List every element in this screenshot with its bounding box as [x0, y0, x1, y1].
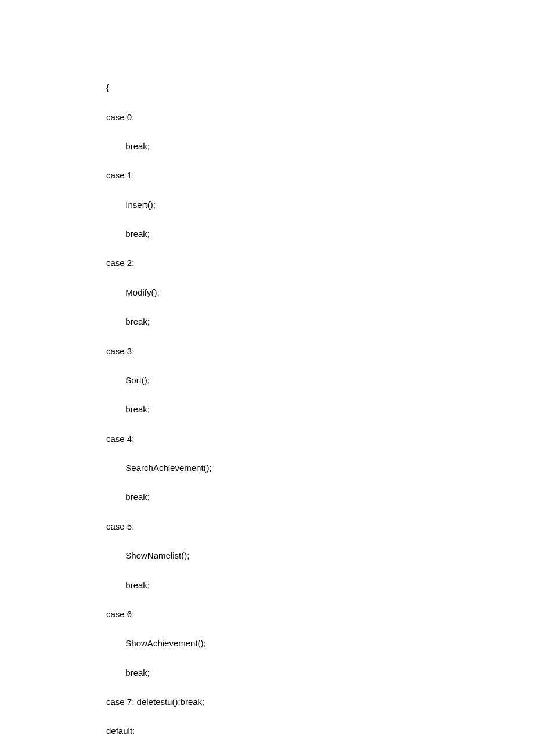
code-line: break;: [77, 578, 534, 592]
code-line: case 1:: [77, 168, 534, 182]
code-line: break;: [77, 226, 534, 241]
code-line: default:: [77, 723, 534, 738]
code-line: case 4:: [77, 431, 534, 446]
code-line: Modify();: [77, 285, 534, 300]
code-line: SearchAchievement();: [77, 460, 534, 475]
code-line: ShowAchievement();: [77, 636, 534, 650]
code-line: case 0:: [77, 110, 534, 124]
code-page: { case 0: break; case 1: Insert(); break…: [0, 0, 534, 756]
code-line: Sort();: [77, 373, 534, 387]
code-line: break;: [77, 665, 534, 680]
code-line: break;: [77, 489, 534, 504]
code-line: case 3:: [77, 344, 534, 358]
code-line: case 7: deletestu();break;: [77, 694, 534, 709]
code-line: break;: [77, 314, 534, 329]
code-line: case 6:: [77, 607, 534, 621]
code-line: break;: [77, 402, 534, 416]
code-line: ShowNamelist();: [77, 548, 534, 563]
code-line: case 5:: [77, 519, 534, 534]
code-line: Insert();: [77, 197, 534, 212]
code-line: {: [77, 80, 534, 95]
code-line: break;: [77, 139, 534, 153]
code-line: case 2:: [77, 255, 534, 270]
code-line: choice=-1;: [77, 753, 534, 756]
